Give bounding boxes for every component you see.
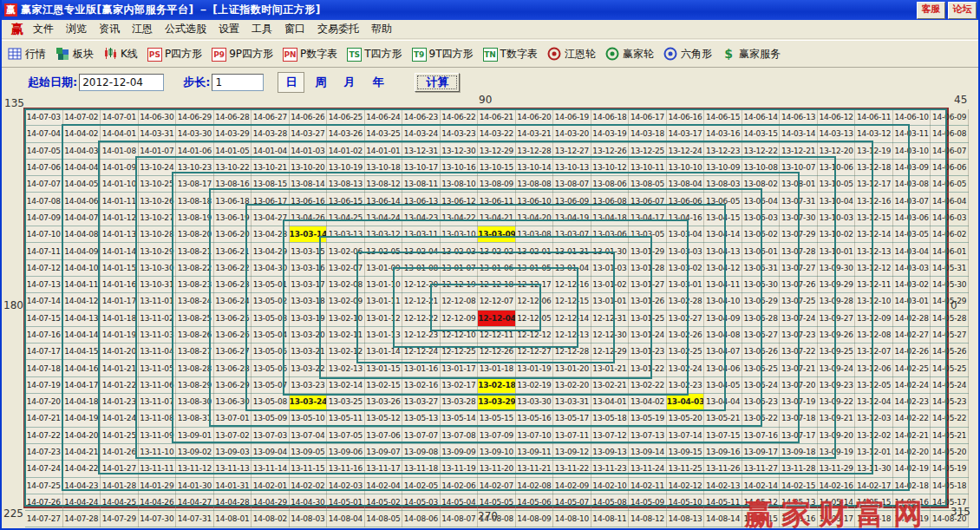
grid-cell[interactable]: 13-03-20 — [289, 326, 327, 343]
grid-cell[interactable]: 13-04-30 — [252, 259, 290, 276]
grid-cell[interactable]: 13-04-11 — [704, 276, 742, 292]
grid-cell[interactable]: 13-11-01 — [138, 293, 176, 310]
grid-cell[interactable]: 13-02-05 — [364, 243, 402, 259]
grid-cell[interactable]: 14-05-08 — [591, 494, 629, 510]
tool-赢家服务[interactable]: $赢家服务 — [720, 46, 782, 62]
grid-cell[interactable]: 14-07-26 — [25, 494, 62, 510]
grid-cell[interactable]: 13-04-05 — [704, 376, 742, 393]
grid-cell[interactable]: 13-05-02 — [252, 293, 290, 310]
grid-cell[interactable]: 14-03-29 — [213, 126, 252, 142]
grid-cell[interactable]: 14-05-20 — [931, 443, 969, 460]
grid-cell[interactable]: 14-01-14 — [101, 243, 139, 259]
grid-cell[interactable]: 13-09-01 — [176, 427, 214, 443]
grid-cell[interactable]: 12-12-19 — [440, 276, 478, 292]
step-unit-月[interactable]: 月 — [336, 73, 362, 92]
grid-cell[interactable]: 13-04-27 — [252, 209, 290, 226]
grid-cell[interactable]: 12-12-31 — [591, 310, 629, 326]
grid-cell[interactable]: 14-07-10 — [25, 226, 62, 243]
grid-cell[interactable]: 13-10-23 — [176, 159, 214, 175]
grid-cell[interactable]: 13-07-25 — [780, 293, 818, 310]
grid-cell[interactable]: 13-10-12 — [591, 159, 629, 175]
grid-cell[interactable]: 13-10-26 — [138, 193, 176, 209]
grid-cell[interactable]: 14-07-05 — [25, 142, 62, 159]
grid-cell[interactable]: 14-07-30 — [138, 511, 176, 527]
grid-cell[interactable]: 14-01-18 — [101, 310, 139, 326]
grid-cell[interactable]: 13-02-04 — [402, 243, 441, 259]
grid-cell[interactable]: 13-09-16 — [704, 443, 742, 460]
grid-cell[interactable]: 13-08-13 — [327, 176, 365, 193]
grid-cell[interactable]: 14-06-16 — [666, 109, 704, 126]
grid-cell[interactable]: 13-06-18 — [213, 193, 252, 209]
grid-cell[interactable]: 13-09-12 — [553, 443, 591, 460]
grid-cell[interactable]: 13-10-15 — [478, 159, 516, 175]
grid-cell[interactable]: 14-06-25 — [327, 109, 365, 126]
grid-cell[interactable]: 13-10-18 — [364, 159, 402, 175]
grid-cell[interactable]: 14-03-17 — [666, 126, 704, 142]
grid-cell[interactable]: 13-11-22 — [553, 461, 591, 477]
grid-cell[interactable]: 13-10-16 — [440, 159, 478, 175]
grid-cell[interactable]: 13-05-08 — [252, 394, 290, 410]
grid-cell[interactable]: 13-09-14 — [629, 443, 667, 460]
grid-cell[interactable]: 13-06-30 — [213, 394, 252, 410]
grid-cell[interactable]: 14-05-04 — [440, 494, 478, 510]
grid-cell[interactable]: 13-04-10 — [704, 293, 742, 310]
grid-cell[interactable]: 14-02-17 — [855, 477, 893, 494]
grid-cell[interactable]: 14-02-26 — [892, 344, 931, 360]
grid-cell[interactable]: 13-07-12 — [591, 427, 629, 443]
grid-cell[interactable]: 13-02-16 — [402, 376, 441, 393]
tool-T数字表[interactable]: TNT数字表 — [481, 46, 539, 62]
grid-cell[interactable]: 13-04-23 — [402, 209, 441, 226]
grid-cell[interactable]: 14-02-12 — [666, 477, 704, 494]
grid-cell[interactable]: 12-12-06 — [515, 293, 553, 310]
grid-cell[interactable]: 13-04-13 — [704, 243, 742, 259]
grid-cell[interactable]: 13-07-13 — [629, 427, 667, 443]
grid-cell[interactable]: 13-07-23 — [780, 326, 818, 343]
tool-P四方形[interactable]: PSP四方形 — [146, 46, 204, 62]
grid-cell[interactable]: 13-02-11 — [327, 326, 365, 343]
grid-cell[interactable]: 13-07-18 — [780, 410, 818, 427]
grid-cell[interactable]: 13-04-17 — [629, 209, 667, 226]
grid-cell[interactable]: 14-01-26 — [101, 443, 139, 460]
grid-cell[interactable]: 14-01-17 — [101, 293, 139, 310]
grid-cell[interactable]: 13-09-05 — [289, 443, 327, 460]
grid-cell[interactable]: 14-08-13 — [666, 511, 704, 527]
grid-cell[interactable]: 14-01-09 — [101, 159, 139, 175]
grid-cell[interactable]: 13-02-24 — [666, 360, 704, 376]
grid-cell[interactable]: 14-04-23 — [62, 477, 101, 494]
grid-cell[interactable]: 13-12-26 — [591, 142, 629, 159]
menu-item-帮助[interactable]: 帮助 — [365, 20, 398, 38]
grid-cell[interactable]: 13-07-17 — [780, 427, 818, 443]
grid-cell[interactable]: 13-03-22 — [289, 360, 327, 376]
grid-cell[interactable]: 13-11-25 — [666, 461, 704, 477]
grid-cell[interactable]: 13-12-18 — [855, 159, 893, 175]
grid-cell[interactable]: 13-07-22 — [780, 344, 818, 360]
grid-cell[interactable]: 13-02-01 — [515, 243, 553, 259]
grid-cell[interactable]: 12-12-24 — [402, 344, 441, 360]
grid-cell[interactable]: 13-11-26 — [704, 461, 742, 477]
grid-cell[interactable]: 13-01-11 — [364, 293, 402, 310]
tool-9P四方形[interactable]: P99P四方形 — [210, 46, 275, 62]
grid-cell[interactable]: 14-04-26 — [138, 494, 176, 510]
grid-cell[interactable]: 13-08-26 — [176, 326, 214, 343]
grid-cell[interactable]: 12-12-08 — [440, 293, 478, 310]
grid-cell[interactable]: 14-02-04 — [364, 477, 402, 494]
grid-cell[interactable]: 14-01-03 — [289, 142, 327, 159]
grid-cell[interactable]: 14-03-18 — [629, 126, 667, 142]
grid-cell[interactable]: 13-09-27 — [817, 310, 855, 326]
grid-cell[interactable]: 13-04-12 — [704, 259, 742, 276]
grid-cell[interactable]: 13-12-05 — [855, 376, 893, 393]
grid-cell[interactable]: 14-04-15 — [62, 344, 101, 360]
grid-cell[interactable]: 13-12-17 — [855, 176, 893, 193]
grid-cell[interactable]: 13-11-27 — [742, 461, 780, 477]
grid-cell[interactable]: 13-06-20 — [213, 226, 252, 243]
grid-cell[interactable]: 13-04-19 — [553, 209, 591, 226]
grid-cell[interactable]: 14-04-25 — [101, 494, 139, 510]
grid-cell[interactable]: 14-05-29 — [931, 293, 969, 310]
grid-cell[interactable]: 13-07-16 — [742, 427, 780, 443]
grid-cell[interactable]: 13-12-23 — [704, 142, 742, 159]
grid-cell[interactable]: 13-02-21 — [591, 376, 629, 393]
grid-cell[interactable]: 13-11-16 — [327, 461, 365, 477]
grid-cell[interactable]: 13-03-07 — [553, 226, 591, 243]
menu-item-文件[interactable]: 文件 — [27, 20, 60, 38]
grid-cell[interactable]: 14-06-22 — [440, 109, 478, 126]
